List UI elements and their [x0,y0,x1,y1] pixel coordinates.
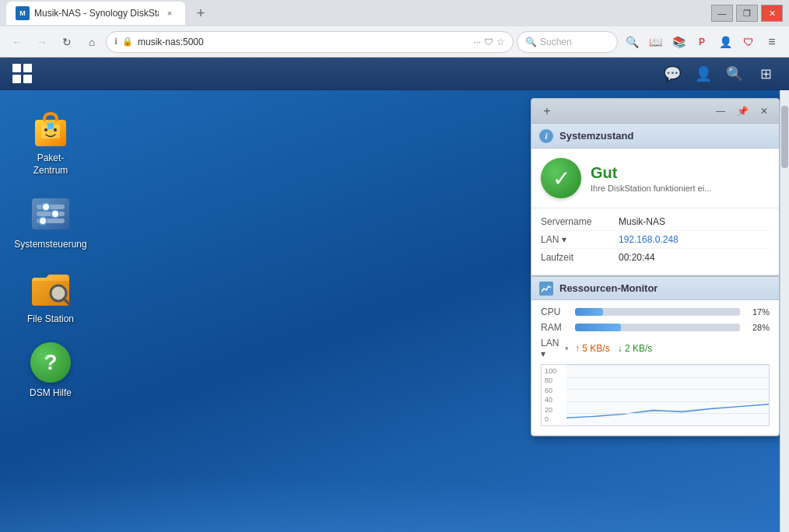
desktop-icon-systemsteuerung[interactable]: Systemsteuerung [16,192,86,251]
server-name-label: Servername [541,216,619,227]
home-button[interactable]: ⌂ [81,31,103,53]
chart-label-60: 60 [545,387,563,394]
window-controls: — ❐ ✕ [711,5,783,22]
refresh-button[interactable]: ↻ [56,31,78,53]
search-placeholder: Suchen [540,37,572,47]
desktop-icon-dsm-hilfe[interactable]: ? DSM Hilfe [16,341,86,400]
desktop-icon-paket-zentrum[interactable]: Paket- Zentrum [16,106,86,177]
systemsteuerung-svg [29,192,72,236]
logo-cell-4 [23,75,32,83]
chart-labels: 100 80 60 40 20 0 [542,365,566,425]
cpu-label: CPU [541,306,569,317]
ram-row: RAM 28% [541,322,770,333]
monitor-panel: + — 📌 ✕ i Systemzustand ✓ Gut [531,98,780,436]
cpu-bar-bg [575,308,740,316]
dsm-hilfe-label: DSM Hilfe [30,387,72,400]
dsm-widgets-button[interactable]: ⊞ [752,60,780,88]
dsm-logo [9,61,34,86]
lan-row: LAN ▾ 192.168.0.248 [541,231,770,249]
tb-reader-button[interactable]: 📖 [644,31,666,53]
dsm-search-button[interactable]: 🔍 [721,60,749,88]
panel-minimize-button[interactable]: — [712,103,729,120]
tb-search-button[interactable]: 🔍 [621,31,643,53]
dsm-user-button[interactable]: 👤 [689,60,717,88]
runtime-label: Laufzeit [541,252,619,263]
tb-bookmark-button[interactable]: 📚 [668,31,689,53]
gridline-bottom [566,425,769,426]
gridline-60 [566,401,769,402]
new-tab-button[interactable]: + [190,2,212,24]
ram-label: RAM [541,322,569,333]
lan-speeds-label[interactable]: LAN ▾ ▾ [541,338,569,359]
tab-favicon: M [16,6,30,20]
address-icons: ··· 🛡 ☆ [473,37,505,47]
page-scrollbar[interactable] [780,90,789,532]
server-name-value: Musik-NAS [619,216,665,227]
cpu-bar-fill [575,308,603,316]
window-minimize-button[interactable]: — [711,5,733,22]
mini-chart: 100 80 60 40 20 0 [541,364,770,426]
panel-pin-button[interactable]: 📌 [734,103,751,120]
systemsteuerung-icon-img [29,192,72,236]
resource-monitor-icon [539,282,553,296]
window-restore-button[interactable]: ❐ [736,5,758,22]
paket-zentrum-label: Paket- Zentrum [33,152,68,177]
browser-tab-active[interactable]: M Musik-NAS - Synology DiskSta... × [6,2,185,25]
svg-point-2 [44,128,47,131]
dsm-area: 💬 👤 🔍 ⊞ [0,58,789,532]
svg-point-11 [39,217,47,225]
window-close-button[interactable]: ✕ [761,5,783,22]
dsm-hilfe-icon-img: ? [29,341,72,384]
bookmark-icon[interactable]: ☆ [496,37,505,47]
speed-down: ↓ 2 KB/s [618,343,653,354]
more-icon[interactable]: ··· [473,37,481,47]
browser-toolbar: ← → ↻ ⌂ ℹ 🔒 musik-nas:5000 ··· 🛡 ☆ 🔍 Suc… [0,26,789,58]
info-grid: Servername Musik-NAS LAN ▾ 192.168.0.248… [531,208,779,274]
tb-shield-button[interactable]: 🛡 [738,31,759,53]
status-text-block: Gut Ihre DiskStation funktioniert ei... [591,164,711,193]
tab-close-button[interactable]: × [163,7,176,19]
runtime-row: Laufzeit 00:20:44 [541,249,770,266]
system-status-title: Systemzustand [559,130,633,142]
back-button[interactable]: ← [6,31,28,53]
gridline-80 [566,413,769,414]
dsm-chat-button[interactable]: 💬 [658,60,686,88]
lan-label[interactable]: LAN ▾ [541,234,619,245]
shield-icon: 🛡 [484,37,493,47]
systemsteuerung-label: Systemsteuerung [14,239,86,251]
lan-speeds: ↑ 5 KB/s ↓ 2 KB/s [575,343,652,354]
tab-title: Musik-NAS - Synology DiskSta... [34,8,159,19]
desktop-icon-file-station[interactable]: File Station [16,267,86,326]
address-bar[interactable]: ℹ 🔒 musik-nas:5000 ··· 🛡 ☆ [106,31,514,53]
tb-account-button[interactable]: 👤 [714,31,736,53]
resource-monitor-section: Ressourcen-Monitor CPU 17% [531,275,779,434]
svg-point-9 [42,203,50,211]
lan-value: 192.168.0.248 [619,234,679,245]
dsm-header-right: 💬 👤 🔍 ⊞ [658,60,780,88]
chart-gridlines [566,365,769,425]
resource-monitor-title: Ressourcen-Monitor [559,282,658,294]
ram-bar-fill [575,324,621,331]
help-circle: ? [30,342,71,383]
search-icon: 🔍 [525,37,537,47]
search-bar[interactable]: 🔍 Suchen [517,31,618,53]
forward-button[interactable]: → [31,31,53,53]
dsm-header: 💬 👤 🔍 ⊞ [0,58,789,90]
file-station-icon-img [29,267,72,310]
scrollbar-thumb[interactable] [781,106,788,168]
panel-close-button[interactable]: ✕ [756,103,773,120]
paket-zentrum-svg [29,106,72,149]
tb-pocket-button[interactable]: P [691,31,713,53]
browser-menu-button[interactable]: ≡ [761,31,783,53]
speed-up: ↑ 5 KB/s [575,343,610,354]
status-info-icon: i [539,129,553,143]
browser-titlebar: M Musik-NAS - Synology DiskSta... × + — … [0,0,789,26]
chart-label-100: 100 [545,367,563,375]
status-check-icon: ✓ [541,158,581,198]
panel-add-button[interactable]: + [538,102,556,121]
desktop-icons-container: Paket- Zentrum [16,106,86,400]
gridline-top [566,365,769,366]
cpu-row: CPU 17% [541,306,770,317]
status-content: ✓ Gut Ihre DiskStation funktioniert ei..… [531,149,779,208]
resource-content: CPU 17% RAM 28% [531,300,779,434]
